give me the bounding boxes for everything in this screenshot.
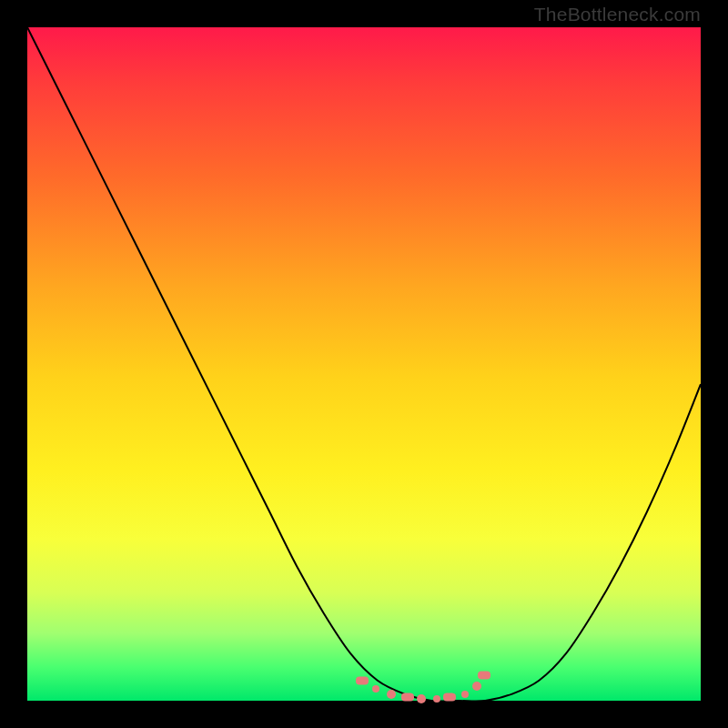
- watermark-text: TheBottleneck.com: [534, 4, 701, 25]
- data-marker: [387, 690, 396, 699]
- data-marker: [461, 691, 469, 698]
- data-marker: [401, 693, 414, 702]
- data-marker: [372, 685, 379, 693]
- data-marker: [472, 682, 481, 691]
- data-marker: [356, 676, 369, 684]
- data-markers-group: [27, 27, 701, 701]
- chart-plot-area: [27, 27, 701, 701]
- data-marker: [433, 695, 440, 703]
- data-marker: [443, 693, 456, 702]
- data-marker: [417, 694, 426, 703]
- data-marker: [478, 671, 490, 679]
